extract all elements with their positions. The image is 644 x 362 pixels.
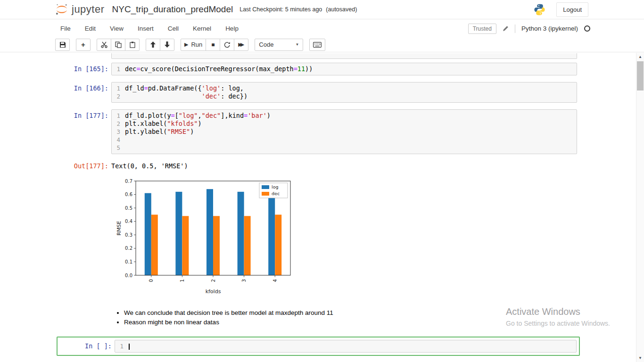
menubar-divider xyxy=(515,25,515,33)
fast-forward-icon: ▶▶ xyxy=(238,41,244,48)
scrollbar-up-arrow[interactable]: ▲ xyxy=(636,53,644,61)
logout-button[interactable]: Logout xyxy=(556,2,588,17)
scrollbar-thumb[interactable] xyxy=(637,61,644,90)
svg-text:0.1: 0.1 xyxy=(125,259,132,264)
svg-text:2: 2 xyxy=(211,279,216,282)
markdown-bullet-list: We can conclude that decision tree is be… xyxy=(111,308,577,327)
copy-cell-button[interactable] xyxy=(111,39,125,51)
line-number: 1 xyxy=(115,342,128,350)
code-input[interactable]: 1 xyxy=(115,340,577,353)
python-logo-icon xyxy=(533,3,546,16)
jupyter-logo-text: jupyter xyxy=(72,3,105,16)
svg-text:0.6: 0.6 xyxy=(125,192,132,197)
interrupt-kernel-button[interactable]: ■ xyxy=(206,39,220,51)
keyboard-icon xyxy=(313,42,322,48)
menu-help[interactable]: Help xyxy=(218,21,246,36)
notebook-container: In [165]: 1dec=cv_score(DecisionTreeRegr… xyxy=(57,53,580,356)
move-cell-down-button[interactable] xyxy=(160,39,174,51)
code-line: 2plt.xlabel("kfolds") xyxy=(112,120,577,128)
code-line: 4 xyxy=(112,136,577,144)
output-row: Out[177]: Text(0, 0.5, 'RMSE') xyxy=(57,160,580,170)
code-input[interactable]: 1df_ld.plot(y=["log","dec"],kind='bar')2… xyxy=(111,109,577,154)
svg-text:log: log xyxy=(272,184,278,189)
plus-icon: + xyxy=(81,41,85,49)
markdown-bullet: We can conclude that decision tree is be… xyxy=(124,308,577,318)
run-label: Run xyxy=(191,41,202,48)
svg-text:0.5: 0.5 xyxy=(125,206,132,211)
code-line: 3plt.ylabel("RMSE") xyxy=(112,128,577,136)
header: jupyter NYC_trip_duration_predModel Last… xyxy=(0,0,644,19)
svg-text:4: 4 xyxy=(272,279,278,282)
code-cell: In [177]: 1df_ld.plot(y=["log","dec"],ki… xyxy=(57,109,580,154)
code-line: 1 xyxy=(115,342,576,350)
copy-icon xyxy=(115,41,122,48)
run-button[interactable]: ▶ Run xyxy=(181,39,206,51)
jupyter-logo-icon xyxy=(55,2,69,16)
output-prompt: Out[177]: xyxy=(57,160,111,170)
chart-output: 012340.00.10.20.30.40.50.60.7kfoldsRMSEl… xyxy=(114,176,577,297)
trusted-badge: Trusted xyxy=(468,24,496,34)
line-number: 2 xyxy=(112,92,125,100)
cell-type-value: Code xyxy=(259,41,273,48)
paste-cell-button[interactable] xyxy=(125,39,140,51)
paste-icon xyxy=(129,41,136,48)
menu-kernel[interactable]: Kernel xyxy=(186,21,218,36)
line-number: 2 xyxy=(112,120,125,128)
chevron-down-icon: ▼ xyxy=(295,42,299,47)
line-number: 1 xyxy=(112,84,125,92)
line-number: 5 xyxy=(112,144,125,152)
line-number: 1 xyxy=(112,65,125,73)
code-line: 2 'dec': dec}) xyxy=(112,92,577,100)
svg-text:RMSE: RMSE xyxy=(116,221,122,235)
code-line: 5 xyxy=(112,144,577,152)
move-cell-up-button[interactable] xyxy=(146,39,160,51)
chart-output-row: 012340.00.10.20.30.40.50.60.7kfoldsRMSEl… xyxy=(57,176,580,297)
menu-insert[interactable]: Insert xyxy=(131,21,161,36)
notebook-scroll-area[interactable]: In [165]: 1dec=cv_score(DecisionTreeRegr… xyxy=(0,53,636,362)
code-input[interactable]: 1df_ld=pd.DataFrame({'log': log,2 'dec':… xyxy=(111,82,577,103)
add-cell-button[interactable]: + xyxy=(76,39,91,51)
vertical-scrollbar[interactable]: ▲ ▼ xyxy=(636,53,644,362)
menu-view[interactable]: View xyxy=(103,21,131,36)
cell-type-select[interactable]: Code ▼ xyxy=(255,39,303,51)
save-button[interactable] xyxy=(55,39,70,51)
input-prompt: In [177]: xyxy=(57,109,111,154)
code-input[interactable]: 1dec=cv_score(DecisionTreeRegressor(max_… xyxy=(111,63,577,75)
run-icon: ▶ xyxy=(184,41,188,48)
cut-cell-button[interactable] xyxy=(97,39,111,51)
input-prompt: In [ ]: xyxy=(60,340,115,353)
svg-text:0.7: 0.7 xyxy=(125,179,132,184)
svg-text:0.3: 0.3 xyxy=(125,232,132,238)
arrow-down-icon xyxy=(165,41,170,48)
text-cursor xyxy=(129,344,130,350)
line-number: 4 xyxy=(112,136,125,144)
jupyter-logo[interactable]: jupyter xyxy=(55,2,105,16)
bar-chart-svg: 012340.00.10.20.30.40.50.60.7kfoldsRMSEl… xyxy=(114,176,295,297)
empty-code-cell-selected[interactable]: In [ ]: 1 xyxy=(57,337,580,356)
kernel-name: Python 3 (ipykernel) xyxy=(521,25,578,32)
partial-input-area[interactable] xyxy=(111,53,577,59)
restart-icon xyxy=(224,41,231,48)
autosave-status: (autosaved) xyxy=(326,6,357,13)
partial-cell xyxy=(57,53,580,59)
restart-run-all-button[interactable]: ▶▶ xyxy=(234,39,248,51)
arrow-up-icon xyxy=(150,41,156,48)
scrollbar-down-arrow[interactable]: ▼ xyxy=(636,354,644,362)
svg-text:3: 3 xyxy=(241,279,247,282)
svg-text:1: 1 xyxy=(180,279,185,282)
output-text: Text(0, 0.5, 'RMSE') xyxy=(111,160,577,170)
restart-kernel-button[interactable] xyxy=(220,39,234,51)
notebook-title[interactable]: NYC_trip_duration_predModel xyxy=(112,4,233,15)
markdown-cell[interactable]: We can conclude that decision tree is be… xyxy=(57,308,580,327)
menu-cell[interactable]: Cell xyxy=(161,21,186,36)
code-line: 1df_ld.plot(y=["log","dec"],kind='bar') xyxy=(112,112,577,120)
command-palette-button[interactable] xyxy=(309,39,325,51)
svg-text:0: 0 xyxy=(149,279,154,282)
menu-file[interactable]: File xyxy=(53,21,78,36)
svg-text:kfolds: kfolds xyxy=(206,288,221,295)
code-line: 1dec=cv_score(DecisionTreeRegressor(max_… xyxy=(112,65,577,73)
menu-edit[interactable]: Edit xyxy=(78,21,103,36)
code-cell: In [166]: 1df_ld=pd.DataFrame({'log': lo… xyxy=(57,82,580,103)
code-line: 1df_ld=pd.DataFrame({'log': log, xyxy=(112,84,577,92)
svg-text:0.2: 0.2 xyxy=(125,246,132,251)
